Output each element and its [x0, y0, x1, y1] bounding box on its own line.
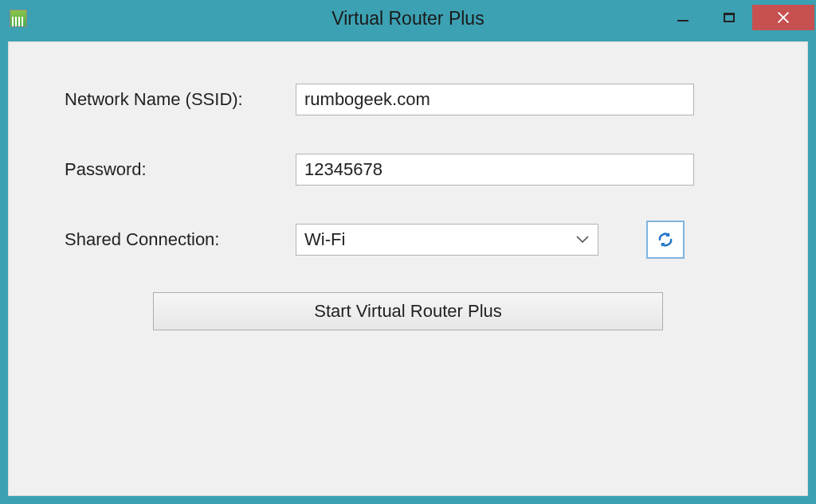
connection-label: Shared Connection:	[65, 229, 296, 250]
app-window: Virtual Router Plus Network Name (SSID):…	[0, 0, 816, 504]
ssid-row: Network Name (SSID):	[65, 82, 751, 117]
titlebar[interactable]: Virtual Router Plus	[2, 2, 814, 35]
client-area: Network Name (SSID): Password: Shared Co…	[8, 41, 808, 496]
close-button[interactable]	[752, 5, 814, 30]
app-icon	[10, 10, 27, 27]
minimize-button[interactable]	[660, 5, 706, 30]
refresh-icon	[655, 229, 676, 250]
start-button[interactable]: Start Virtual Router Plus	[153, 292, 663, 330]
connection-row: Shared Connection: Wi-Fi	[65, 222, 751, 257]
password-label: Password:	[65, 159, 296, 180]
minimize-icon	[677, 20, 688, 21]
ssid-label: Network Name (SSID):	[65, 89, 296, 110]
close-icon	[777, 11, 790, 24]
start-row: Start Virtual Router Plus	[65, 292, 751, 330]
password-input[interactable]	[296, 154, 694, 186]
password-row: Password:	[65, 152, 751, 187]
window-controls	[660, 5, 814, 30]
connection-select-wrap: Wi-Fi	[296, 224, 598, 256]
maximize-icon	[724, 13, 735, 22]
maximize-button[interactable]	[706, 5, 752, 30]
ssid-input[interactable]	[296, 84, 694, 115]
connection-select[interactable]: Wi-Fi	[296, 224, 598, 256]
refresh-button[interactable]	[646, 221, 685, 259]
window-title: Virtual Router Plus	[332, 8, 484, 29]
